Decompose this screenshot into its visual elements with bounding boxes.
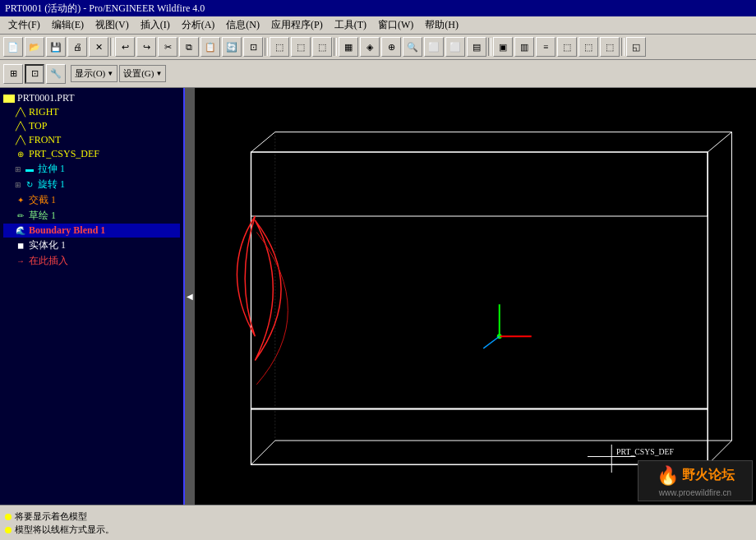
watermark-brand: 野火论坛 [682, 467, 735, 484]
btn-o[interactable]: ⬚ [579, 37, 598, 57]
solid-icon: ◼ [15, 240, 26, 252]
model-tree: PRT0001.PRT ╱╲ RIGHT ╱╲ TOP ╱╲ FRONT ⊕ P… [0, 88, 183, 505]
btn-j[interactable]: ▤ [467, 37, 486, 57]
btn-l[interactable]: ▥ [514, 37, 534, 57]
right-label: RIGHT [29, 106, 59, 118]
sep5 [621, 38, 625, 56]
tree-csys[interactable]: ⊕ PRT_CSYS_DEF [3, 147, 180, 161]
insert-icon: → [15, 256, 26, 267]
title-bar: PRT0001 (活动的) - Pro/ENGINEER Wildfire 4.… [0, 0, 756, 16]
btn-q[interactable]: ◱ [626, 37, 646, 57]
btn-m[interactable]: ≡ [536, 37, 555, 57]
watermark-logo: 🔥 [657, 465, 679, 487]
panel-dropdowns: 显示(O) ▼ 设置(G) ▼ [71, 65, 166, 82]
new-button[interactable]: 📄 [3, 37, 23, 57]
left-panel: PRT0001.PRT ╱╲ RIGHT ╱╲ TOP ╱╲ FRONT ⊕ P… [0, 88, 185, 505]
btn-k[interactable]: ▣ [493, 37, 513, 57]
tree-boundary-blend[interactable]: 🌊 Boundary Blend 1 [3, 224, 180, 238]
toolbar-row-2: ⊞ ⊡ 🔧 显示(O) ▼ 设置(G) ▼ [0, 60, 756, 88]
btn-p[interactable]: ⬚ [600, 37, 620, 57]
tree-revolve[interactable]: ⊞ ↻ 旋转 1 [3, 177, 180, 192]
settings-dropdown[interactable]: 设置(G) ▼ [119, 65, 166, 82]
btn-a[interactable]: ⬚ [270, 37, 289, 57]
datum-icon-right: ╱╲ [15, 107, 26, 118]
tree-front[interactable]: ╱╲ FRONT [3, 133, 180, 147]
menu-tools[interactable]: 工具(T) [330, 16, 371, 34]
print-button[interactable]: 🖨 [67, 37, 87, 57]
close-button[interactable]: ✕ [89, 37, 108, 57]
watermark: 🔥 野火论坛 www.proewildfire.cn [638, 460, 753, 501]
root-label: PRT0001.PRT [17, 92, 75, 104]
btn-c[interactable]: ⬚ [312, 37, 332, 57]
revolve-label: 旋转 1 [38, 178, 65, 192]
btn-h[interactable]: ⬜ [424, 37, 444, 57]
watermark-url: www.proewildfire.cn [659, 488, 731, 497]
tree-insert-here[interactable]: → 在此插入 [3, 253, 180, 269]
menu-edit[interactable]: 编辑(E) [47, 16, 89, 34]
menu-insert[interactable]: 插入(I) [136, 16, 175, 34]
svg-rect-0 [211, 88, 740, 505]
menu-info[interactable]: 信息(N) [221, 16, 265, 34]
bb-label: Boundary Blend 1 [29, 224, 105, 237]
tree-extrude[interactable]: ⊞ ▬ 拉伸 1 [3, 161, 180, 177]
tree-sketch[interactable]: ✏ 草绘 1 [3, 208, 180, 224]
datum-icon-top: ╱╲ [15, 121, 26, 132]
refit-button[interactable]: ⊡ [243, 37, 263, 57]
expand-revolve: ⊞ [15, 181, 21, 189]
tree-btn1[interactable]: ⊞ [3, 64, 23, 84]
cut-button[interactable]: ✂ [158, 37, 177, 57]
top-label: TOP [29, 120, 47, 132]
title-text: PRT0001 (活动的) - Pro/ENGINEER Wildfire 4.… [5, 2, 205, 16]
tree-solidify[interactable]: ◼ 实体化 1 [3, 238, 180, 253]
menu-help[interactable]: 帮助(H) [420, 16, 463, 34]
btn-f[interactable]: ⊕ [381, 37, 401, 57]
intersect-label: 交截 1 [29, 193, 56, 207]
extrude-icon: ▬ [24, 164, 35, 175]
display-dropdown[interactable]: 显示(O) ▼ [71, 65, 118, 82]
open-button[interactable]: 📂 [25, 37, 44, 57]
redo-button[interactable]: ↪ [136, 37, 156, 57]
toolbar-row-1: 📄 📂 💾 🖨 ✕ ↩ ↪ ✂ ⧉ 📋 🔄 ⊡ ⬚ ⬚ ⬚ ▦ ◈ ⊕ 🔍 ⬜ … [0, 35, 756, 59]
btn-d[interactable]: ▦ [339, 37, 358, 57]
sep2 [265, 38, 268, 56]
intersect-icon: ✦ [15, 195, 26, 206]
menu-file[interactable]: 文件(F) [3, 16, 45, 34]
btn-n[interactable]: ⬚ [557, 37, 577, 57]
btn-g[interactable]: 🔍 [403, 37, 422, 57]
viewport[interactable]: PRT_CSYS_DEF 🔥 野火论坛 www.proewildfire.cn [195, 88, 756, 505]
menu-view[interactable]: 视图(V) [90, 16, 134, 34]
tree-top[interactable]: ╱╲ TOP [3, 119, 180, 133]
btn-b[interactable]: ⬚ [291, 37, 311, 57]
btn-e[interactable]: ◈ [360, 37, 380, 57]
tree-btn2[interactable]: ⊡ [25, 64, 44, 84]
status-line-1: 将要显示着色模型 [15, 510, 87, 523]
scene-svg: PRT_CSYS_DEF [195, 88, 756, 505]
collapse-panel-button[interactable]: ◀ [185, 88, 195, 505]
tree-btn3[interactable]: 🔧 [46, 64, 66, 84]
datum-icon-front: ╱╲ [15, 135, 26, 146]
svg-rect-2 [251, 408, 708, 409]
tree-root[interactable]: PRT0001.PRT [3, 91, 180, 105]
sep1 [110, 38, 113, 56]
tree-intersect[interactable]: ✦ 交截 1 [3, 192, 180, 208]
menu-analysis[interactable]: 分析(A) [177, 16, 220, 34]
sketch-icon: ✏ [15, 210, 26, 222]
status-line-2: 模型将以线框方式显示。 [15, 524, 114, 536]
menu-bar: 文件(F) 编辑(E) 视图(V) 插入(I) 分析(A) 信息(N) 应用程序… [0, 16, 756, 35]
csys-label: PRT_CSYS_DEF [29, 148, 99, 160]
tree-right[interactable]: ╱╲ RIGHT [3, 105, 180, 119]
insert-label: 在此插入 [29, 254, 68, 268]
menu-window[interactable]: 窗口(W) [373, 16, 418, 34]
save-button[interactable]: 💾 [46, 37, 66, 57]
expand-extrude: ⊞ [15, 165, 21, 173]
copy-button[interactable]: ⧉ [179, 37, 199, 57]
sep3 [334, 38, 337, 56]
btn-i[interactable]: ⬜ [445, 37, 465, 57]
repaint-button[interactable]: 🔄 [222, 37, 242, 57]
bb-icon: 🌊 [15, 225, 26, 237]
front-label: FRONT [29, 134, 61, 146]
menu-app[interactable]: 应用程序(P) [266, 16, 328, 34]
paste-button[interactable]: 📋 [201, 37, 220, 57]
undo-button[interactable]: ↩ [115, 37, 135, 57]
toolbar-area: 📄 📂 💾 🖨 ✕ ↩ ↪ ✂ ⧉ 📋 🔄 ⊡ ⬚ ⬚ ⬚ ▦ ◈ ⊕ 🔍 ⬜ … [0, 35, 756, 60]
